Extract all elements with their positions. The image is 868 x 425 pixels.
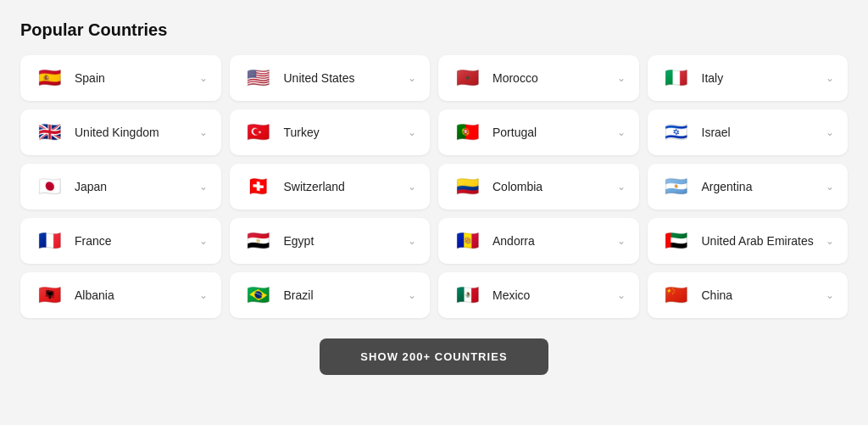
country-flag: 🇨🇴 bbox=[452, 176, 482, 198]
country-flag: 🇦🇪 bbox=[661, 230, 692, 252]
country-name: Israel bbox=[702, 126, 731, 139]
country-name: Egypt bbox=[284, 234, 314, 248]
country-card[interactable]: 🇺🇸 United States ⌄ bbox=[230, 55, 431, 101]
country-card[interactable]: 🇯🇵 Japan ⌄ bbox=[20, 164, 221, 210]
chevron-down-icon: ⌄ bbox=[408, 72, 416, 84]
country-flag: 🇦🇱 bbox=[34, 284, 64, 306]
chevron-down-icon: ⌄ bbox=[826, 235, 834, 247]
country-card[interactable]: 🇨🇭 Switzerland ⌄ bbox=[230, 164, 431, 210]
chevron-down-icon: ⌄ bbox=[408, 181, 416, 193]
country-flag: 🇧🇷 bbox=[243, 284, 274, 306]
chevron-down-icon: ⌄ bbox=[617, 126, 626, 138]
country-card[interactable]: 🇫🇷 France ⌄ bbox=[20, 218, 221, 264]
chevron-down-icon: ⌄ bbox=[826, 126, 834, 138]
card-left: 🇲🇽 Mexico bbox=[452, 284, 530, 306]
country-flag: 🇨🇳 bbox=[661, 284, 692, 306]
chevron-down-icon: ⌄ bbox=[199, 181, 208, 193]
country-card[interactable]: 🇦🇱 Albania ⌄ bbox=[20, 272, 221, 318]
chevron-down-icon: ⌄ bbox=[408, 235, 416, 247]
card-left: 🇮🇹 Italy bbox=[661, 67, 724, 89]
chevron-down-icon: ⌄ bbox=[199, 289, 208, 301]
chevron-down-icon: ⌄ bbox=[408, 126, 416, 138]
country-card[interactable]: 🇬🇧 United Kingdom ⌄ bbox=[20, 109, 221, 155]
chevron-down-icon: ⌄ bbox=[617, 181, 626, 193]
country-card[interactable]: 🇨🇳 China ⌄ bbox=[648, 272, 849, 318]
country-name: United States bbox=[284, 71, 355, 85]
country-flag: 🇪🇸 bbox=[34, 67, 64, 89]
country-name: Colombia bbox=[492, 180, 542, 193]
chevron-down-icon: ⌄ bbox=[826, 289, 834, 301]
country-flag: 🇹🇷 bbox=[243, 121, 274, 143]
country-name: China bbox=[702, 288, 733, 302]
country-name: Argentina bbox=[702, 180, 753, 193]
country-card[interactable]: 🇨🇴 Colombia ⌄ bbox=[438, 164, 639, 210]
country-card[interactable]: 🇪🇬 Egypt ⌄ bbox=[230, 218, 431, 264]
country-card[interactable]: 🇦🇪 United Arab Emirates ⌄ bbox=[648, 218, 849, 264]
country-name: Italy bbox=[702, 71, 724, 85]
card-left: 🇪🇬 Egypt bbox=[243, 230, 314, 252]
card-left: 🇪🇸 Spain bbox=[34, 67, 105, 89]
country-flag: 🇬🇧 bbox=[34, 121, 64, 143]
card-left: 🇬🇧 United Kingdom bbox=[34, 121, 159, 143]
country-name: United Arab Emirates bbox=[702, 234, 814, 248]
chevron-down-icon: ⌄ bbox=[199, 72, 208, 84]
card-left: 🇨🇴 Colombia bbox=[452, 176, 542, 198]
chevron-down-icon: ⌄ bbox=[826, 181, 834, 193]
country-flag: 🇲🇽 bbox=[452, 284, 482, 306]
country-flag: 🇲🇦 bbox=[452, 67, 482, 89]
country-flag: 🇮🇹 bbox=[661, 67, 692, 89]
country-card[interactable]: 🇵🇹 Portugal ⌄ bbox=[438, 109, 639, 155]
chevron-down-icon: ⌄ bbox=[617, 235, 626, 247]
country-card[interactable]: 🇮🇱 Israel ⌄ bbox=[648, 109, 849, 155]
country-name: Morocco bbox=[492, 71, 538, 85]
chevron-down-icon: ⌄ bbox=[408, 289, 416, 301]
country-card[interactable]: 🇦🇩 Andorra ⌄ bbox=[438, 218, 639, 264]
card-left: 🇦🇱 Albania bbox=[34, 284, 114, 306]
country-name: Mexico bbox=[492, 288, 530, 302]
country-flag: 🇫🇷 bbox=[34, 230, 64, 252]
card-left: 🇹🇷 Turkey bbox=[243, 121, 320, 143]
country-name: Brazil bbox=[284, 288, 314, 302]
card-left: 🇦🇩 Andorra bbox=[452, 230, 535, 252]
card-left: 🇵🇹 Portugal bbox=[452, 121, 537, 143]
card-left: 🇲🇦 Morocco bbox=[452, 67, 538, 89]
country-name: Japan bbox=[75, 180, 107, 193]
country-flag: 🇪🇬 bbox=[243, 230, 274, 252]
country-card[interactable]: 🇹🇷 Turkey ⌄ bbox=[230, 109, 431, 155]
chevron-down-icon: ⌄ bbox=[617, 289, 626, 301]
country-flag: 🇦🇷 bbox=[661, 176, 692, 198]
card-left: 🇯🇵 Japan bbox=[34, 176, 107, 198]
country-card[interactable]: 🇪🇸 Spain ⌄ bbox=[20, 55, 221, 101]
card-left: 🇨🇳 China bbox=[661, 284, 733, 306]
country-name: Switzerland bbox=[284, 180, 345, 193]
card-left: 🇫🇷 France bbox=[34, 230, 112, 252]
country-name: United Kingdom bbox=[75, 126, 159, 139]
section-title: Popular Countries bbox=[20, 20, 848, 40]
country-flag: 🇵🇹 bbox=[452, 121, 482, 143]
country-card[interactable]: 🇮🇹 Italy ⌄ bbox=[648, 55, 849, 101]
country-name: Albania bbox=[75, 288, 114, 302]
card-left: 🇦🇷 Argentina bbox=[661, 176, 753, 198]
card-left: 🇧🇷 Brazil bbox=[243, 284, 314, 306]
country-name: Turkey bbox=[284, 126, 320, 139]
chevron-down-icon: ⌄ bbox=[617, 72, 626, 84]
country-flag: 🇺🇸 bbox=[243, 67, 274, 89]
card-left: 🇺🇸 United States bbox=[243, 67, 355, 89]
country-card[interactable]: 🇦🇷 Argentina ⌄ bbox=[648, 164, 849, 210]
country-name: Portugal bbox=[492, 126, 537, 139]
country-card[interactable]: 🇲🇽 Mexico ⌄ bbox=[438, 272, 639, 318]
country-flag: 🇦🇩 bbox=[452, 230, 482, 252]
chevron-down-icon: ⌄ bbox=[826, 72, 834, 84]
country-flag: 🇨🇭 bbox=[243, 176, 274, 198]
country-card[interactable]: 🇲🇦 Morocco ⌄ bbox=[438, 55, 639, 101]
country-card[interactable]: 🇧🇷 Brazil ⌄ bbox=[230, 272, 431, 318]
card-left: 🇨🇭 Switzerland bbox=[243, 176, 345, 198]
country-grid: 🇪🇸 Spain ⌄ 🇺🇸 United States ⌄ 🇲🇦 Morocco… bbox=[20, 55, 848, 318]
card-left: 🇦🇪 United Arab Emirates bbox=[661, 230, 814, 252]
card-left: 🇮🇱 Israel bbox=[661, 121, 731, 143]
country-flag: 🇮🇱 bbox=[661, 121, 692, 143]
show-more-button[interactable]: SHOW 200+ COUNTRIES bbox=[320, 338, 548, 375]
country-name: Spain bbox=[75, 71, 105, 85]
chevron-down-icon: ⌄ bbox=[199, 235, 208, 247]
country-name: Andorra bbox=[492, 234, 535, 248]
